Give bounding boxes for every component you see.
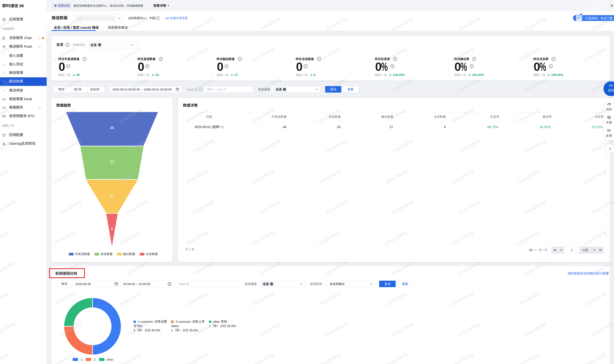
svg-text:33: 33 [110, 160, 114, 164]
svg-text:48: 48 [110, 126, 114, 130]
svg-text:27: 27 [110, 193, 114, 197]
svg-text:6: 6 [111, 227, 113, 231]
